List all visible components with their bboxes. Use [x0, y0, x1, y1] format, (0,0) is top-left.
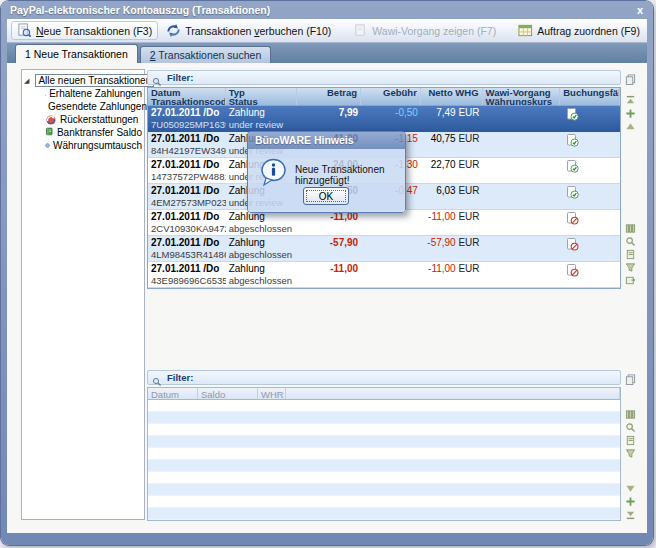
saldo-header-row: Datum Saldo WHR [147, 387, 621, 400]
assign-order-button[interactable]: Auftrag zuordnen (F9) [512, 21, 646, 40]
close-icon[interactable]: x [637, 5, 643, 15]
column-header-datum[interactable]: Datum [148, 388, 198, 399]
tab-bar: 1 Neue Transaktionen 2 Transaktionen suc… [7, 43, 647, 63]
received-payments-icon [45, 88, 46, 100]
search-icon[interactable] [625, 233, 636, 244]
filter-icon[interactable] [625, 445, 636, 456]
empty-row[interactable] [148, 424, 620, 436]
column-header-whr[interactable]: WHR [258, 388, 286, 399]
saldo-filter-bar[interactable]: Filter: [147, 370, 621, 385]
info-icon [260, 158, 287, 187]
app-window: PayPal-elektronischer Kontoauszug (Trans… [1, 1, 653, 545]
copy-icon[interactable] [625, 71, 636, 82]
filter-label: Filter: [167, 72, 193, 83]
bookable-yes-icon [566, 133, 579, 146]
window-title: PayPal-elektronischer Kontoauszug (Trans… [10, 4, 637, 16]
dialog-message: Neue Transaktionen hinzugefügt! [295, 164, 405, 186]
transaction-row-selected[interactable]: 27.01.2011 /Do7U050925MP163920N Zahlungu… [148, 106, 620, 132]
dialog-title-bar[interactable]: BüroWARE Hinweis [248, 132, 405, 149]
show-wawi-button: Wawi-Vorgang zeigen (F7) [347, 21, 502, 40]
tree-item-waehrungsumtausch[interactable]: Währungsumtausch [24, 139, 142, 152]
empty-row[interactable] [148, 496, 620, 508]
bookmark-icon[interactable] [625, 246, 636, 257]
saldo-side-toolbar [623, 370, 637, 518]
column-header-wawi[interactable]: Wawi-VorgangWährungskurs [483, 88, 561, 105]
bookmark-icon[interactable] [625, 432, 636, 443]
bookable-no-icon [566, 263, 579, 276]
add-row-icon[interactable] [625, 493, 636, 504]
empty-row[interactable] [148, 412, 620, 424]
columns-icon[interactable] [625, 220, 636, 231]
show-wawi-label: Wawi-Vorgang zeigen (F7) [372, 25, 496, 37]
post-transactions-button[interactable]: Transaktionen verbuchen (F10) [160, 21, 337, 40]
transaction-row[interactable]: 27.01.2011 /Do4LM98453R41486714 Zahlunga… [148, 236, 620, 262]
dialog-body: Neue Transaktionen hinzugefügt! OK [248, 149, 405, 212]
tree-item-label: Alle neuen Transaktionen [35, 74, 154, 87]
filter-search-icon [152, 373, 162, 383]
transaction-row[interactable]: 27.01.2011 /Do43E989696C6535442 Zahlunga… [148, 262, 620, 288]
empty-row[interactable] [148, 400, 620, 412]
ok-button[interactable]: OK [303, 187, 349, 205]
saldo-panel: Filter: Datum Saldo WHR [147, 370, 621, 521]
toolbar: Neue Transaktionen (F3) Transaktionen ve… [7, 19, 647, 43]
empty-row[interactable] [148, 436, 620, 448]
column-header-typ[interactable]: TypStatus [226, 88, 298, 105]
tree-item-label: Rückerstattungen [60, 114, 138, 125]
tree-item-label: Banktransfer Saldo [57, 127, 142, 138]
new-transactions-button[interactable]: Neue Transaktionen (F3) [11, 21, 158, 40]
column-header-empty [286, 388, 620, 399]
assign-order-icon [518, 23, 533, 38]
bookable-yes-icon [566, 185, 579, 198]
tree-expander-icon[interactable]: ◢ [24, 77, 29, 85]
show-wawi-icon [353, 23, 368, 38]
transaction-row[interactable]: 27.01.2011 /Do2CV10930KA9472237 Zahlunga… [148, 210, 620, 236]
empty-row[interactable] [148, 448, 620, 460]
empty-row[interactable] [148, 460, 620, 472]
column-header-betrag[interactable]: Betrag [297, 88, 361, 105]
tree-item-gesendete-zahlungen[interactable]: Gesendete Zahlungen [24, 100, 142, 113]
column-header-gebuehr[interactable]: Gebühr [361, 88, 421, 105]
tree-item-label: Erhaltene Zahlungen [49, 88, 142, 99]
currency-exchange-icon [45, 140, 50, 152]
transactions-filter-bar[interactable]: Filter: [147, 70, 621, 85]
category-tree-panel: ◢ Alle neuen Transaktionen Erhaltene Zah… [21, 69, 145, 520]
columns-icon[interactable] [625, 406, 636, 417]
tree-item-label: Gesendete Zahlungen [48, 101, 147, 112]
saldo-rows [147, 400, 621, 521]
empty-row[interactable] [148, 508, 620, 520]
column-header-datum[interactable]: DatumTransaktionscode [148, 88, 226, 105]
empty-row[interactable] [148, 484, 620, 496]
transactions-header-row: DatumTransaktionscode TypStatus Betrag G… [147, 87, 621, 106]
export-icon[interactable] [625, 272, 636, 283]
tab-neue-transaktionen[interactable]: 1 Neue Transaktionen [15, 44, 138, 63]
new-transactions-label: Neue Transaktionen (F3) [36, 25, 152, 37]
column-header-netto[interactable]: Netto WHG [421, 88, 483, 105]
bookable-yes-icon [566, 107, 579, 120]
tab-transaktionen-suchen[interactable]: 2 Transaktionen suchen [140, 46, 272, 63]
scroll-down-icon[interactable] [625, 480, 636, 491]
add-row-icon[interactable] [625, 105, 636, 116]
tree-item-banktransfer-saldo[interactable]: Banktransfer Saldo [24, 126, 142, 139]
bookable-no-icon [566, 237, 579, 250]
column-header-buchungsfaehig[interactable]: Buchungsfähig [560, 88, 620, 105]
scroll-up-icon[interactable] [625, 118, 636, 129]
title-bar: PayPal-elektronischer Kontoauszug (Trans… [1, 1, 653, 19]
refunds-icon [45, 114, 57, 126]
tree-item-alle-neuen-transaktionen[interactable]: ◢ Alle neuen Transaktionen [24, 74, 142, 87]
tree-item-erhaltene-zahlungen[interactable]: Erhaltene Zahlungen [24, 87, 142, 100]
post-transactions-label: Transaktionen verbuchen (F10) [185, 25, 331, 37]
scroll-bottom-icon[interactable] [625, 506, 636, 517]
search-icon[interactable] [625, 419, 636, 430]
copy-icon[interactable] [625, 371, 636, 382]
scroll-top-icon[interactable] [625, 92, 636, 103]
message-dialog: BüroWARE Hinweis Neue Transaktionen hinz… [247, 131, 406, 213]
bookable-no-icon [566, 211, 579, 224]
tree-item-rueckerstattungen[interactable]: Rückerstattungen [24, 113, 142, 126]
column-header-saldo[interactable]: Saldo [198, 388, 258, 399]
filter-icon[interactable] [625, 259, 636, 270]
assign-order-label: Auftrag zuordnen (F9) [537, 25, 640, 37]
filter-label: Filter: [167, 372, 193, 383]
empty-row[interactable] [148, 472, 620, 484]
content-area: ◢ Alle neuen Transaktionen Erhaltene Zah… [7, 63, 647, 533]
window-frame: Neue Transaktionen (F3) Transaktionen ve… [7, 19, 647, 533]
